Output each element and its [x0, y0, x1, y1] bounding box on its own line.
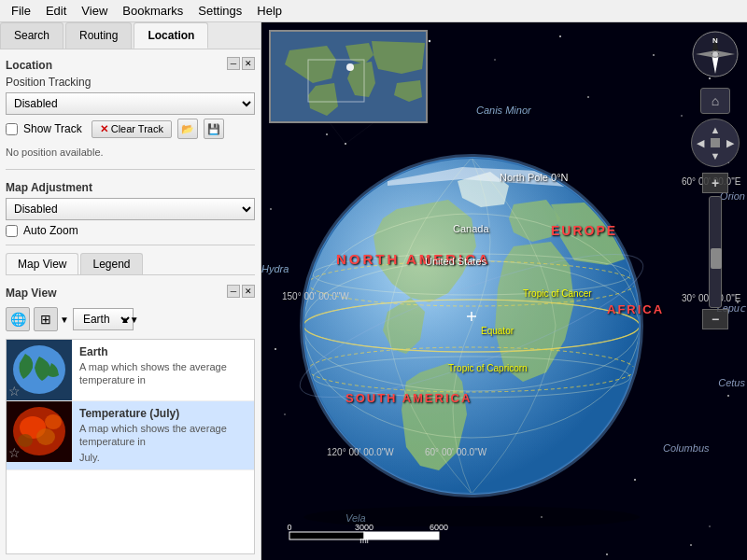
svg-point-7	[45, 414, 62, 429]
svg-text:mi: mi	[359, 536, 369, 545]
zoom-thumb[interactable]	[711, 248, 722, 269]
svg-text:0: 0	[287, 523, 291, 532]
svg-text:N: N	[712, 36, 718, 45]
svg-point-13	[559, 35, 561, 37]
auto-zoom-label[interactable]: Auto Zoom	[23, 224, 78, 237]
left-panel: Search Routing Location Location ─ ✕ Pos…	[0, 22, 261, 560]
earth-title: Earth	[79, 345, 247, 358]
scale-bar-svg: 0 3000 6000 mi	[280, 523, 467, 546]
svg-point-30	[727, 395, 729, 397]
auto-zoom-row: Auto Zoom	[6, 224, 255, 237]
svg-rect-67	[289, 532, 364, 539]
close-map-view-icon[interactable]: ✕	[242, 285, 255, 298]
zoom-in-button[interactable]: +	[702, 173, 728, 193]
dpad-right[interactable]: ▶	[726, 137, 734, 149]
cetus-label: Cetus	[718, 377, 745, 388]
tab-routing[interactable]: Routing	[65, 22, 132, 49]
map-adjustment-wrapper: Disabled Center Follow	[6, 198, 255, 220]
earth-info: Earth A map which shows the average temp…	[72, 340, 254, 400]
svg-point-58	[303, 158, 640, 494]
menu-help[interactable]: Help	[249, 2, 289, 20]
zoom-track	[709, 196, 722, 308]
map-view-title: Map View	[6, 287, 56, 300]
svg-point-20	[681, 115, 683, 117]
tab-legend[interactable]: Legend	[80, 253, 142, 274]
svg-point-22	[270, 208, 272, 210]
svg-point-14	[653, 54, 655, 56]
auto-zoom-checkbox[interactable]	[6, 225, 18, 237]
temp-star-icon: ☆	[8, 445, 21, 460]
home-button[interactable]: ⌂	[700, 88, 730, 114]
menu-settings[interactable]: Settings	[190, 2, 249, 20]
menubar: File Edit View Bookmarks Settings Help	[0, 0, 747, 22]
earth-thumbnail: ☆ ☆	[7, 340, 72, 400]
scale-bar: 0 3000 6000 mi	[280, 523, 467, 549]
map-list: ☆ ☆ Earth A map which shows the average …	[6, 339, 255, 554]
map-area[interactable]: Canis Minor Hydra Vela Columbus Orion Ce…	[261, 22, 747, 560]
tab-bar: Search Routing Location	[0, 22, 261, 49]
svg-point-37	[690, 544, 692, 546]
location-controls: ─ ✕	[227, 57, 255, 70]
tab-location[interactable]: Location	[134, 22, 208, 49]
clear-track-button[interactable]: ✕ Clear Track	[92, 120, 172, 138]
location-title: Location	[6, 59, 52, 72]
dpad-down[interactable]: ▼	[711, 150, 721, 161]
close-location-icon[interactable]: ✕	[242, 57, 255, 70]
dpad-up[interactable]: ▲	[711, 124, 721, 135]
earth-description: A map which shows the average temperatur…	[79, 360, 247, 387]
menu-bookmarks[interactable]: Bookmarks	[115, 2, 190, 20]
temp-description: A map which shows the average temperatur…	[79, 422, 247, 449]
track-controls: Show Track ✕ Clear Track 📂 💾	[6, 119, 255, 139]
menu-view[interactable]: View	[74, 2, 115, 20]
columbus-label: Columbus	[663, 442, 710, 454]
temp-info: Temperature (July) A map which shows the…	[72, 401, 254, 469]
minimap	[269, 30, 428, 123]
temp-title: Temperature (July)	[79, 407, 247, 420]
load-track-button[interactable]: 📂	[177, 119, 198, 139]
tab-search[interactable]: Search	[0, 22, 63, 49]
svg-point-5	[36, 428, 55, 445]
grid-icon-button[interactable]: ⊞	[34, 307, 58, 331]
svg-point-45	[346, 63, 354, 71]
tracking-dropdown-wrapper: Disabled GPS Manual	[6, 92, 255, 115]
zoom-out-button[interactable]: −	[702, 309, 728, 329]
minimize-icon[interactable]: ─	[227, 57, 240, 70]
menu-edit[interactable]: Edit	[38, 2, 74, 20]
zoom-control: + −	[702, 173, 728, 329]
map-controls-row: 🌐 ⊞ ▼ Earth Moon Mars ▲▼	[6, 303, 255, 335]
map-adjustment-label: Map Adjustment	[6, 181, 255, 194]
temp-description-2: July.	[79, 451, 247, 464]
earth-dropdown[interactable]: Earth Moon Mars	[73, 308, 134, 330]
divider-1	[6, 169, 255, 170]
svg-point-19	[587, 96, 589, 98]
svg-point-65	[712, 51, 718, 57]
compass-rose: N	[691, 30, 740, 78]
temp-thumbnail: ☆	[7, 401, 72, 462]
panel-content: Location ─ ✕ Position Tracking Disabled …	[0, 49, 261, 560]
tracking-dropdown[interactable]: Disabled GPS Manual	[6, 92, 255, 115]
dpad: ▲ ▼ ◀ ▶	[691, 119, 740, 167]
svg-point-12	[494, 59, 496, 61]
show-track-checkbox[interactable]	[6, 123, 18, 135]
home-icon: ⌂	[712, 93, 719, 108]
navigation-controls: ⌂ ▲ ▼ ◀ ▶ +	[691, 88, 740, 329]
svg-rect-68	[364, 532, 439, 539]
grid-dropdown-arrow[interactable]: ▼	[60, 315, 69, 325]
globe-icon-button[interactable]: 🌐	[6, 307, 30, 331]
minimap-svg	[271, 32, 428, 123]
svg-point-11	[429, 40, 430, 42]
map-view-header: Map View ─ ✕	[6, 283, 255, 300]
map-item-temperature[interactable]: ☆ Temperature (July) A map which shows t…	[7, 401, 254, 470]
minimize-map-view-icon[interactable]: ─	[227, 285, 240, 298]
position-status: No position available.	[6, 147, 255, 158]
map-adjustment-dropdown[interactable]: Disabled Center Follow	[6, 198, 255, 220]
save-track-button[interactable]: 💾	[204, 119, 224, 139]
globe-svg	[275, 134, 668, 526]
menu-file[interactable]: File	[4, 2, 38, 20]
tab-map-view[interactable]: Map View	[6, 253, 78, 274]
map-view-controls: ─ ✕	[227, 285, 255, 298]
map-item-earth[interactable]: ☆ ☆ Earth A map which shows the average …	[7, 340, 254, 401]
dpad-left[interactable]: ◀	[697, 137, 704, 149]
clear-track-x-icon: ✕	[100, 123, 108, 135]
show-track-label[interactable]: Show Track	[23, 122, 82, 135]
